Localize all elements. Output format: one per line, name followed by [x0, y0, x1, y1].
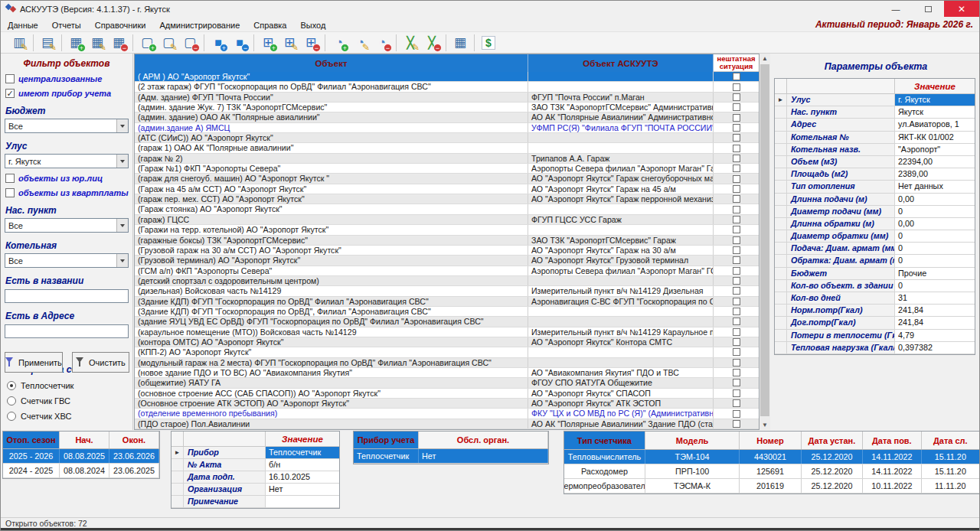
table-row[interactable]: (Гараж стоянка) АО "Аэропорт Якутск"	[135, 204, 759, 214]
emergency-checkbox[interactable]	[733, 298, 740, 305]
emergency-checkbox[interactable]	[733, 216, 740, 223]
emergency-checkbox[interactable]	[733, 155, 740, 162]
checkbox-legal-entities[interactable]: объекты из юр.лиц	[5, 174, 132, 183]
column-header-1[interactable]: Обсл. орган.	[419, 432, 548, 448]
table-row[interactable]: (Гараж №1) ФКП "Аэропорты Севера"Аэропор…	[135, 164, 759, 174]
table-row[interactable]: (админ.здание А) ЯМСЦУФМП РС(Я) "Филиала…	[135, 123, 759, 133]
emergency-checkbox[interactable]	[733, 195, 740, 203]
device-param-value[interactable]: Теплосчетчик	[266, 447, 339, 458]
table-row[interactable]: (караульное помещение (МТО)) Войсковая ч…	[135, 327, 759, 337]
radio-icon[interactable]	[7, 381, 16, 390]
param-row[interactable]: Дог.потр(Гкал)241,84	[775, 317, 975, 329]
param-value[interactable]: "Аэропорт"	[895, 144, 975, 155]
table-row[interactable]: (Гаражи на терр. котельной) АО "Аэропорт…	[135, 225, 759, 235]
emergency-checkbox[interactable]	[733, 399, 740, 407]
param-row[interactable]: Диаметр подачи (мм)0	[775, 206, 975, 218]
param-row[interactable]: Площадь (м2)2389,00	[775, 168, 975, 181]
device-param-value[interactable]: б/н	[266, 459, 339, 471]
menu-item-0[interactable]: Данные	[1, 19, 45, 31]
emergency-checkbox[interactable]	[733, 287, 740, 295]
emergency-checkbox[interactable]	[733, 165, 740, 172]
emergency-checkbox[interactable]	[733, 369, 740, 376]
close-button[interactable]: ✕	[944, 1, 979, 17]
table-row[interactable]: (гараж пер. мех. ССТ) АО "Аэропорт Якутс…	[135, 194, 759, 204]
emergency-checkbox[interactable]	[733, 83, 740, 91]
param-value[interactable]: 22394,00	[895, 156, 975, 168]
table-row[interactable]: (новое здание ПДО и ТО ВС) АО "Авиакомпа…	[135, 368, 759, 378]
emergency-checkbox[interactable]	[733, 359, 740, 366]
column-header-4[interactable]: Дата пов.	[863, 432, 921, 449]
param-value[interactable]: 241,84	[895, 317, 975, 328]
param-row[interactable]: Адресул.Авиаторов, 1	[775, 119, 975, 131]
param-value[interactable]: 2389,00	[895, 168, 975, 180]
column-header-emergency[interactable]: нештатная ситуация	[714, 54, 759, 72]
param-value[interactable]: 0,397382	[895, 342, 975, 353]
param-row[interactable]: Подача: Диам. армат (мм)0	[775, 243, 975, 255]
checkbox-centralized[interactable]: централизованные	[5, 74, 132, 83]
emergency-checkbox[interactable]	[733, 206, 740, 213]
param-row[interactable]: Котельная №ЯКТ-КК 01/002	[775, 132, 975, 144]
param-row[interactable]: Котельная назв."Аэропорт"	[775, 144, 975, 156]
dropdown-arrow-icon[interactable]	[116, 219, 128, 232]
column-header-0[interactable]: Отоп. сезон	[3, 432, 60, 448]
column-header-5[interactable]: Дата сл.	[922, 432, 980, 449]
device-card-row[interactable]: Дата подп.16.10.2025	[172, 471, 339, 484]
scroll-up-icon[interactable]: ▲	[760, 54, 770, 64]
table-row[interactable]: (Здание КДП) ФГУП "Госкорпорация по ОрВД…	[135, 307, 759, 317]
object-card-edit-button[interactable]: ▦✎	[87, 34, 107, 52]
emergency-checkbox[interactable]	[733, 73, 740, 80]
param-value[interactable]: 0,00	[895, 218, 975, 230]
table-row[interactable]: (контора ОМТС) АО "Аэропорт Якутск"АО "А…	[135, 337, 759, 347]
report-edit-button[interactable]: ▤✎	[38, 34, 57, 52]
device-card-row[interactable]: № Актаб/н	[172, 459, 339, 471]
table-row[interactable]: (основное строение АСС (САБ СПАСОП)) АО …	[135, 389, 759, 399]
checkbox-has-meter[interactable]: ✓ имеют прибор учета	[5, 89, 132, 98]
param-row[interactable]: Длинна обратки (м)0,00	[775, 218, 975, 230]
param-row[interactable]: Диаметр обратки (мм)0	[775, 230, 975, 243]
emergency-checkbox[interactable]	[733, 236, 740, 244]
table-row[interactable]: (Грузовой терминал) АО "Аэропорт Якутск"…	[135, 256, 759, 266]
param-value[interactable]: 0	[895, 243, 975, 254]
table-row[interactable]: РасходомерПРП-10012569125.12.202014.11.2…	[564, 464, 980, 479]
device-card-row[interactable]: ►ПриборТеплосчетчик	[172, 447, 339, 459]
scroll-down-icon[interactable]: ▼	[760, 420, 770, 430]
boiler-select[interactable]: Все	[5, 253, 129, 268]
table-row[interactable]: (админ. здание Жук. 7) ТЗК "АэропортГСМс…	[135, 103, 759, 112]
object-card-add-button[interactable]: ▦+	[66, 34, 86, 52]
minimize-button[interactable]: —	[880, 1, 912, 17]
emergency-checkbox[interactable]	[733, 389, 740, 397]
param-value[interactable]: 241,84	[895, 305, 975, 316]
table-row[interactable]: (Гараж на 45 а/м ССТ) АО "Аэропорт Якутс…	[135, 184, 759, 194]
param-row[interactable]: Кол-во дней31	[775, 292, 975, 305]
menu-item-5[interactable]: Выход	[293, 19, 332, 31]
table-row[interactable]: ТермопреобразовательТЭСМА-К20161925.12.2…	[564, 479, 980, 494]
address-contains-input[interactable]	[5, 324, 129, 338]
emergency-checkbox[interactable]	[733, 175, 740, 183]
table-row[interactable]: (отделение временного пребывания)ФКУ "ЦХ…	[135, 409, 759, 419]
tools-remove-button[interactable]: ╳−	[422, 34, 442, 52]
param-value[interactable]: 0	[895, 280, 975, 292]
table-row[interactable]: (здание ЯУЦ УВД ЕС ОрВД) ФГУП "Госкорпор…	[135, 317, 759, 327]
param-row[interactable]: Кол-во объект. в здании0	[775, 280, 975, 292]
param-value[interactable]: 0	[895, 255, 975, 266]
param-value[interactable]: ЯКТ-КК 01/002	[895, 132, 975, 143]
column-header-3[interactable]: Дата устан.	[802, 432, 863, 449]
menu-item-3[interactable]: Администрирование	[152, 19, 247, 31]
radio-hot-water-meter[interactable]: Счетчик ГВС	[7, 396, 132, 406]
menu-item-4[interactable]: Справка	[247, 19, 293, 31]
table-row[interactable]: ТеплосчетчикНет	[354, 449, 548, 464]
emergency-checkbox[interactable]	[733, 318, 740, 325]
table-row[interactable]: (админ. здание) ОАО АК "Полярные авиалин…	[135, 112, 759, 122]
table-row[interactable]: (дизельная) Войсковая часть №14129Измери…	[135, 286, 759, 296]
emergency-checkbox[interactable]	[733, 379, 740, 386]
table-row[interactable]: (Адм. здание) ФГУП "Почта России"ФГУП "П…	[135, 93, 759, 103]
object-card-remove-button[interactable]: ▦−	[109, 34, 129, 52]
param-value[interactable]: Якутск	[895, 106, 975, 118]
emergency-checkbox[interactable]	[733, 134, 740, 142]
device-param-value[interactable]	[266, 496, 339, 507]
param-value[interactable]: ул.Авиаторов, 1	[895, 119, 975, 130]
param-row[interactable]: Тепловая нагрузка (Гкал/ч)0,397382	[775, 342, 975, 354]
budget-select[interactable]: Все	[5, 119, 129, 133]
menu-item-1[interactable]: Отчеты	[45, 19, 88, 31]
table-row[interactable]: ( АРМ ) АО "Аэропорт Якутск"	[135, 72, 759, 82]
